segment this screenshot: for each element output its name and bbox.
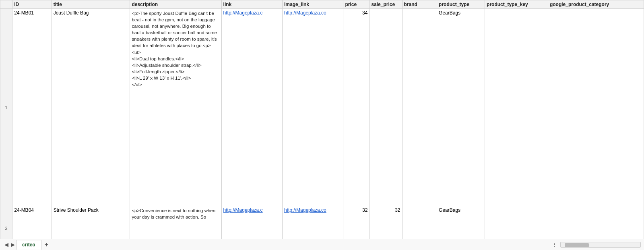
sheet-nav-left[interactable]: ◀ [3, 241, 10, 248]
header-description[interactable]: description [130, 0, 221, 9]
cell-product-type-key[interactable] [485, 206, 548, 239]
row-number: 1 [0, 9, 12, 206]
header-google-product-category[interactable]: google_product_category [548, 0, 644, 9]
data-table: ID title description link image_link pri… [0, 0, 644, 239]
header-link[interactable]: link [221, 0, 282, 9]
table-row: 124-MB01Joust Duffle Bag<p>The sporty Jo… [0, 9, 644, 206]
bottom-bar: ◀ ▶ criteo + ⋮ [0, 239, 644, 250]
cell-price[interactable]: 32 [343, 206, 369, 239]
sheet-nav-right[interactable]: ▶ [10, 241, 16, 248]
cell-brand[interactable] [402, 206, 437, 239]
cell-image-link[interactable]: http://Mageplaza.co [283, 206, 343, 239]
spreadsheet-container: ID title description link image_link pri… [0, 0, 644, 250]
cell-brand[interactable] [402, 9, 437, 206]
cell-id[interactable]: 24-MB04 [12, 206, 52, 239]
cell-title[interactable]: Strive Shoulder Pack [52, 206, 130, 239]
header-sale-price[interactable]: sale_price [369, 0, 402, 9]
bottom-right-controls: ⋮ [552, 242, 641, 248]
cell-product-type[interactable]: GearBags [437, 9, 485, 206]
header-title[interactable]: title [52, 0, 130, 9]
sheet-tab-criteo[interactable]: criteo [16, 240, 41, 250]
cell-link[interactable]: http://Mageplaza.c [221, 206, 282, 239]
header-image-link[interactable]: image_link [283, 0, 343, 9]
table-row: 224-MB04Strive Shoulder Pack<p>Convenien… [0, 206, 644, 239]
header-price[interactable]: price [343, 0, 369, 9]
cell-description[interactable]: <p>Convenience is next to nothing when y… [130, 206, 221, 239]
cell-description[interactable]: <p>The sporty Joust Duffle Bag can't be … [130, 9, 221, 206]
cell-title[interactable]: Joust Duffle Bag [52, 9, 130, 206]
table-area: ID title description link image_link pri… [0, 0, 644, 239]
header-id[interactable]: ID [12, 0, 52, 9]
cell-google-product-category[interactable] [548, 206, 644, 239]
cell-product-type[interactable]: GearBags [437, 206, 485, 239]
cell-image-link[interactable]: http://Mageplaza.co [283, 9, 343, 206]
scrollbar-thumb [565, 243, 589, 247]
header-brand[interactable]: brand [402, 0, 437, 9]
horizontal-scrollbar[interactable] [560, 242, 641, 248]
header-product-type[interactable]: product_type [437, 0, 485, 9]
cell-google-product-category[interactable] [548, 9, 644, 206]
cell-link[interactable]: http://Mageplaza.c [221, 9, 282, 206]
cell-price[interactable]: 34 [343, 9, 369, 206]
header-row-num [0, 0, 12, 9]
ellipsis-icon: ⋮ [552, 242, 557, 248]
row-number: 2 [0, 206, 12, 239]
cell-sale-price[interactable] [369, 9, 402, 206]
add-sheet-button[interactable]: + [42, 240, 51, 249]
header-product-type-key[interactable]: product_type_key [485, 0, 548, 9]
cell-sale-price[interactable]: 32 [369, 206, 402, 239]
cell-product-type-key[interactable] [485, 9, 548, 206]
cell-id[interactable]: 24-MB01 [12, 9, 52, 206]
